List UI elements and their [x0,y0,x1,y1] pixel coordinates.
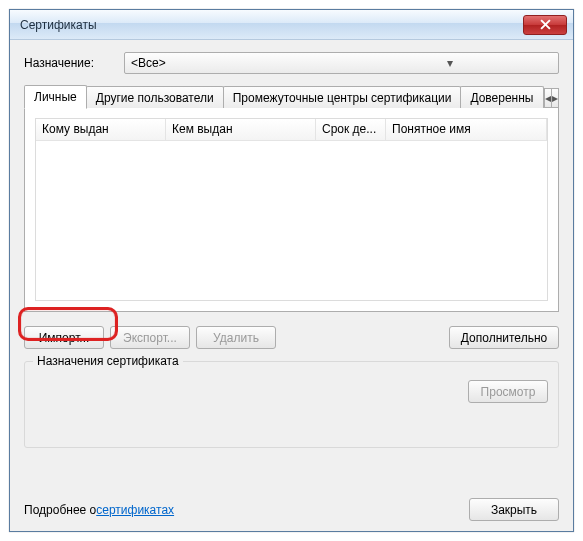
certificate-list-panel: Кому выдан Кем выдан Срок де... Понятное… [24,107,559,312]
tab-other-people[interactable]: Другие пользователи [86,86,224,108]
cert-purpose-group: Назначения сертификата Просмотр [24,361,559,448]
learn-more-prefix: Подробнее о [24,503,96,517]
export-button[interactable]: Экспорт... [110,326,190,349]
certificate-listview[interactable]: Кому выдан Кем выдан Срок де... Понятное… [35,118,548,301]
learn-more-link[interactable]: сертификатах [96,503,174,517]
remove-button[interactable]: Удалить [196,326,276,349]
col-issued-to[interactable]: Кому выдан [36,119,166,141]
purpose-combobox[interactable]: <Все> ▾ [124,52,559,74]
purpose-label: Назначение: [24,56,94,70]
col-expires[interactable]: Срок де... [316,119,386,141]
chevron-left-icon: ◂ [545,91,551,105]
chevron-down-icon: ▾ [344,56,557,70]
purpose-selected: <Все> [131,56,344,70]
tab-trusted[interactable]: Доверенны [460,86,543,108]
col-friendly[interactable]: Понятное имя [386,119,547,141]
close-icon [540,19,551,30]
cert-purpose-title: Назначения сертификата [33,354,183,368]
import-button[interactable]: Импорт... [24,326,104,349]
tab-intermediate-ca[interactable]: Промежуточные центры сертификации [223,86,462,108]
col-issued-by[interactable]: Кем выдан [166,119,316,141]
tab-personal[interactable]: Личные [24,85,87,109]
listview-body[interactable] [36,141,547,300]
close-button[interactable]: Закрыть [469,498,559,521]
title-bar: Сертификаты [10,10,573,40]
tab-strip: Личные Другие пользователи Промежуточные… [24,84,559,108]
tab-scroll-right[interactable]: ▸ [551,88,559,108]
chevron-right-icon: ▸ [552,91,558,105]
advanced-button[interactable]: Дополнительно [449,326,559,349]
certificates-dialog: Сертификаты Назначение: <Все> ▾ Личные Д… [9,9,574,532]
window-title: Сертификаты [20,18,523,32]
close-window-button[interactable] [523,15,567,35]
view-button[interactable]: Просмотр [468,380,548,403]
